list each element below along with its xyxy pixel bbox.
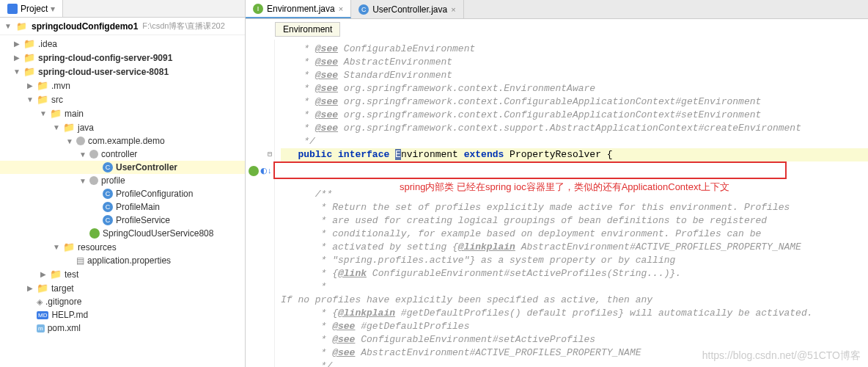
close-icon[interactable]: × bbox=[451, 5, 455, 14]
tree-item-label: test bbox=[65, 269, 78, 280]
code-line: */ bbox=[281, 135, 868, 148]
project-root[interactable]: ▼ 📁 springcloudConfigdemo1 F:\csdn博客\直播课… bbox=[0, 18, 245, 35]
tree-item-label: ProfileConfiguration bbox=[116, 189, 193, 199]
code-line: * @see StandardEnvironment bbox=[281, 69, 868, 82]
override-icon[interactable] bbox=[249, 166, 259, 176]
arrow-icon[interactable]: ▼ bbox=[79, 177, 87, 185]
tree-item-label: SpringCloudUserService808 bbox=[103, 228, 213, 239]
tree-item-label: java bbox=[78, 123, 94, 133]
tree-item-label: application.properties bbox=[87, 255, 171, 266]
code-line: * @see org.springframework.context.Confi… bbox=[281, 109, 868, 122]
gutter: ◐↓ bbox=[246, 40, 275, 367]
tree-item-label: target bbox=[51, 283, 74, 294]
editor: IEnvironment.java×CUserController.java× … bbox=[246, 0, 868, 367]
tree-item[interactable]: ▼profile bbox=[0, 174, 245, 187]
tree-item-label: pom.xml bbox=[48, 323, 81, 333]
tree-item[interactable]: ▼com.example.demo bbox=[0, 134, 245, 148]
code-line: * @see org.springframework.context.Confi… bbox=[281, 95, 868, 109]
arrow-icon[interactable]: ▼ bbox=[40, 109, 47, 117]
tab-label: UserController.java bbox=[372, 4, 447, 15]
tree-item-label: controller bbox=[101, 149, 137, 159]
tree-item[interactable]: ▶📁.mvn bbox=[0, 79, 245, 92]
code-line: * @see #getDefaultProfiles bbox=[281, 320, 868, 333]
tree-item-label: main bbox=[65, 109, 84, 119]
interface-icon: I bbox=[253, 4, 263, 14]
arrow-icon[interactable]: ▼ bbox=[66, 137, 73, 145]
editor-tabs: IEnvironment.java×CUserController.java× bbox=[246, 0, 868, 19]
tree-item[interactable]: ▼📁src bbox=[0, 92, 245, 106]
tree-item[interactable]: ▶📁spring-cloud-config-server-9091 bbox=[0, 51, 245, 65]
code-line: * {@linkplain #getDefaultProfiles() defa… bbox=[281, 307, 868, 320]
dropdown-icon[interactable]: ▾ bbox=[51, 4, 55, 14]
tree-item[interactable]: ▶📁.idea bbox=[0, 37, 245, 51]
tree-item[interactable]: CUserController bbox=[0, 161, 245, 174]
arrow-icon[interactable]: ▶ bbox=[26, 81, 34, 90]
class-icon: C bbox=[358, 4, 369, 15]
project-tab-label: Project bbox=[21, 4, 48, 14]
arrow-icon[interactable]: ▼ bbox=[53, 243, 60, 251]
tree-item[interactable]: ▶📁test bbox=[0, 267, 245, 281]
editor-tab[interactable]: CUserController.java× bbox=[351, 0, 463, 18]
project-tab[interactable]: Project ▾ bbox=[0, 0, 63, 17]
arrow-icon[interactable]: ▶ bbox=[26, 284, 34, 292]
code-line: * @see org.springframework.context.suppo… bbox=[281, 122, 868, 135]
tree-item[interactable]: CProfileMain bbox=[0, 200, 245, 214]
tree-item[interactable]: ▼📁resources bbox=[0, 240, 245, 254]
code-line: * @see ConfigurableEnvironment#setActive… bbox=[281, 333, 868, 346]
code-line: */ bbox=[281, 360, 868, 367]
code-line: * {@link ConfigurableEnvironment#setActi… bbox=[281, 267, 868, 280]
tree-item[interactable]: mpom.xml bbox=[0, 321, 245, 335]
tree-item[interactable]: ▼📁main bbox=[0, 106, 245, 120]
code-line: * conditionally, for example based on de… bbox=[281, 228, 868, 241]
code-line: * activated by setting {@linkplain Abstr… bbox=[281, 241, 868, 254]
code-line: * @see org.springframework.context.Envir… bbox=[281, 82, 868, 95]
arrow-icon[interactable]: ▼ bbox=[79, 150, 87, 159]
sidebar: Project ▾ ▼ 📁 springcloudConfigdemo1 F:\… bbox=[0, 0, 246, 367]
tree-item[interactable]: ▤application.properties bbox=[0, 254, 245, 267]
arrow-icon[interactable]: ▼ bbox=[13, 68, 21, 76]
code-line: * @see ConfigurableEnvironment bbox=[281, 43, 868, 56]
code-line: * are used for creating logical grouping… bbox=[281, 214, 868, 228]
tree-item[interactable]: MDHELP.md bbox=[0, 308, 245, 321]
arrow-icon[interactable]: ▶ bbox=[13, 54, 21, 62]
highlight-box bbox=[273, 161, 787, 179]
declaration-line: ⊟ public interface Environment extends P… bbox=[281, 148, 868, 161]
tree-item-label: UserController bbox=[116, 162, 177, 172]
tree-item[interactable]: ▼controller bbox=[0, 148, 245, 161]
tab-label: Environment.java bbox=[267, 4, 335, 14]
close-icon[interactable]: × bbox=[339, 4, 343, 13]
breadcrumb[interactable]: Environment bbox=[275, 22, 340, 37]
folder-icon: 📁 bbox=[16, 21, 27, 32]
implementers-icon[interactable]: ◐↓ bbox=[260, 166, 272, 176]
arrow-icon[interactable]: ▶ bbox=[13, 40, 21, 48]
tree-item[interactable]: SpringCloudUserService808 bbox=[0, 227, 245, 240]
tree-item-label: spring-cloud-user-service-8081 bbox=[38, 67, 169, 77]
tree-item[interactable]: CProfileService bbox=[0, 214, 245, 227]
code-content[interactable]: spring内部类 已经在spring ioc容器里了，类似的还有Applica… bbox=[275, 40, 868, 367]
editor-tab[interactable]: IEnvironment.java× bbox=[246, 0, 351, 18]
expand-icon[interactable]: ▼ bbox=[4, 22, 12, 30]
arrow-icon[interactable]: ▼ bbox=[53, 123, 60, 131]
code-line: * Return the set of profiles explicitly … bbox=[281, 201, 868, 214]
arrow-icon[interactable]: ▶ bbox=[40, 270, 47, 278]
tree-item-label: HELP.md bbox=[51, 310, 88, 320]
tree-item[interactable]: ◈.gitignore bbox=[0, 295, 245, 308]
code-line: * If no profiles have explicitly been sp… bbox=[281, 280, 868, 307]
tree-item-label: com.example.demo bbox=[88, 136, 165, 146]
code-line: * "spring.profiles.active"} as a system … bbox=[281, 254, 868, 267]
tree-item-label: ProfileService bbox=[116, 215, 170, 225]
tree-item-label: .idea bbox=[38, 39, 57, 49]
tree-item-label: resources bbox=[78, 242, 117, 252]
tree-item-label: ProfileMain bbox=[116, 202, 160, 212]
project-icon bbox=[7, 4, 18, 14]
tree-item[interactable]: ▼📁spring-cloud-user-service-8081 bbox=[0, 65, 245, 79]
root-name: springcloudConfigdemo1 bbox=[32, 21, 138, 32]
arrow-icon[interactable]: ▼ bbox=[26, 95, 34, 103]
project-tree[interactable]: ▶📁.idea▶📁spring-cloud-config-server-9091… bbox=[0, 35, 245, 367]
tree-item-label: profile bbox=[101, 175, 125, 186]
tree-item[interactable]: ▼📁java bbox=[0, 120, 245, 134]
tree-item[interactable]: CProfileConfiguration bbox=[0, 187, 245, 200]
root-path: F:\csdn博客\直播课202 bbox=[142, 21, 224, 32]
tree-item[interactable]: ▶📁target bbox=[0, 281, 245, 295]
code-line: * @see AbstractEnvironment bbox=[281, 56, 868, 69]
